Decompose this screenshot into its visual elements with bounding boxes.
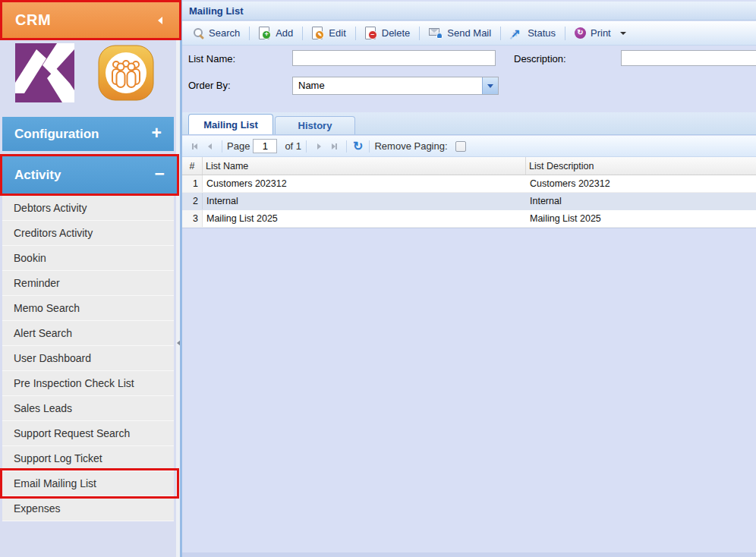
search-button[interactable]: Search bbox=[187, 24, 246, 42]
status-arrows-icon bbox=[510, 27, 523, 39]
sidebar-item-creditors-activity[interactable]: Creditors Activity bbox=[2, 221, 174, 246]
first-page-button[interactable] bbox=[187, 140, 201, 153]
send-mail-button[interactable]: Send Mail bbox=[423, 24, 497, 42]
tab-history[interactable]: History bbox=[275, 116, 355, 134]
toolbar-separator bbox=[419, 27, 420, 40]
sidebar-item-debtors-activity[interactable]: Debtors Activity bbox=[2, 196, 174, 221]
sidebar-item-memo-search[interactable]: Memo Search bbox=[2, 296, 174, 321]
cell-list-description: Customers 202312 bbox=[526, 175, 756, 192]
button-label: Print bbox=[591, 27, 611, 39]
list-name-input[interactable] bbox=[292, 50, 496, 66]
tab-mailing-list[interactable]: Mailing List bbox=[188, 114, 273, 134]
chevron-down-icon bbox=[487, 84, 493, 88]
order-by-label: Order By: bbox=[188, 80, 231, 91]
button-label: Delete bbox=[382, 27, 411, 39]
edit-page-icon bbox=[312, 27, 324, 39]
add-page-icon bbox=[259, 27, 271, 39]
crm-header[interactable]: CRM bbox=[2, 2, 179, 38]
next-page-button[interactable] bbox=[312, 140, 326, 153]
paging-separator bbox=[222, 140, 222, 153]
search-icon bbox=[193, 27, 204, 39]
edit-button[interactable]: Edit bbox=[306, 24, 351, 42]
button-label: Edit bbox=[329, 27, 345, 39]
collapse-left-icon[interactable] bbox=[158, 17, 162, 24]
sidebar-item-support-request-search[interactable]: Support Request Search bbox=[2, 421, 174, 446]
mailing-list-panel: Mailing List Search Add Edit Delete bbox=[180, 0, 756, 557]
tab-strip: Mailing List History bbox=[182, 112, 756, 135]
sidebar-item-email-mailing-list[interactable]: Email Mailing List bbox=[2, 471, 174, 496]
first-triangle-icon bbox=[194, 143, 197, 149]
cell-row-number: 2 bbox=[182, 193, 203, 209]
column-header-list-name[interactable]: List Name bbox=[203, 157, 526, 175]
print-button[interactable]: Print bbox=[569, 24, 632, 42]
sidebar-item-bookin[interactable]: Bookin bbox=[2, 246, 174, 271]
order-by-select[interactable]: Name bbox=[292, 77, 499, 95]
print-icon bbox=[575, 27, 586, 39]
button-label: Send Mail bbox=[447, 27, 491, 39]
last-bar bbox=[335, 143, 337, 149]
order-by-value: Name bbox=[298, 77, 498, 94]
toolbar-separator bbox=[500, 27, 501, 40]
mailing-list-grid: # List Name List Description 1 Customers… bbox=[182, 157, 756, 228]
cell-list-name: Customers 202312 bbox=[203, 175, 526, 192]
button-label: Status bbox=[528, 27, 556, 39]
refresh-icon[interactable]: ↻ bbox=[353, 140, 363, 153]
list-name-label: List Name: bbox=[188, 53, 235, 65]
grid-header: # List Name List Description bbox=[182, 157, 756, 175]
person-badge-icon bbox=[436, 33, 443, 39]
collapse-minus-icon[interactable]: − bbox=[155, 165, 165, 183]
toolbar: Search Add Edit Delete Send Mail bbox=[182, 21, 756, 46]
cell-list-name: Internal bbox=[203, 193, 526, 209]
paging-separator bbox=[306, 140, 307, 153]
sidebar-item-expenses[interactable]: Expenses bbox=[2, 496, 174, 521]
dropdown-button[interactable] bbox=[482, 77, 498, 94]
column-header-number[interactable]: # bbox=[182, 157, 203, 175]
people-group-icon bbox=[96, 43, 156, 102]
column-header-list-description[interactable]: List Description bbox=[526, 157, 756, 175]
add-button[interactable]: Add bbox=[253, 24, 299, 42]
sidebar-section-configuration[interactable]: Configuration + bbox=[2, 117, 174, 151]
status-button[interactable]: Status bbox=[504, 24, 562, 42]
page-of-label: of 1 bbox=[285, 140, 301, 152]
expand-plus-icon[interactable]: + bbox=[152, 124, 162, 142]
panel-bottom-strip bbox=[182, 552, 756, 557]
page-title: Mailing List bbox=[189, 5, 244, 17]
paging-separator bbox=[346, 140, 347, 153]
company-logo[interactable] bbox=[15, 43, 74, 102]
dropdown-caret-icon bbox=[620, 32, 626, 35]
cell-list-description: Mailing List 2025 bbox=[526, 210, 756, 227]
sidebar-item-user-dashboard[interactable]: User Dashboard bbox=[2, 346, 174, 371]
activity-menu: Debtors Activity Creditors Activity Book… bbox=[2, 196, 174, 521]
panel-header: Mailing List bbox=[182, 2, 756, 20]
send-mail-icon bbox=[429, 27, 443, 39]
cell-list-description: Internal bbox=[526, 193, 756, 209]
remove-paging-checkbox[interactable] bbox=[455, 141, 466, 152]
sidebar-section-activity[interactable]: Activity − bbox=[2, 156, 177, 194]
sidebar-item-pre-inspection-check-list[interactable]: Pre Inspection Check List bbox=[2, 371, 174, 396]
delete-page-icon bbox=[365, 27, 377, 39]
sidebar-item-support-log-ticket[interactable]: Support Log Ticket bbox=[2, 446, 174, 471]
crm-title: CRM bbox=[15, 11, 51, 29]
prev-triangle-icon bbox=[208, 143, 212, 149]
toolbar-separator bbox=[355, 27, 356, 40]
table-row[interactable]: 3 Mailing List 2025 Mailing List 2025 bbox=[182, 210, 756, 228]
sidebar-item-sales-leads[interactable]: Sales Leads bbox=[2, 396, 174, 421]
crm-app-icon[interactable] bbox=[96, 43, 156, 102]
cell-list-name: Mailing List 2025 bbox=[203, 210, 526, 227]
remove-paging-label: Remove Paging: bbox=[374, 140, 447, 152]
button-label: Search bbox=[209, 27, 240, 39]
page-number-input[interactable] bbox=[253, 139, 277, 153]
description-input[interactable] bbox=[621, 50, 756, 66]
app-window: { "sidebar": { "crm_title": "CRM", "sect… bbox=[0, 0, 756, 557]
last-page-button[interactable] bbox=[327, 140, 341, 153]
button-label: Add bbox=[276, 27, 293, 39]
delete-button[interactable]: Delete bbox=[359, 24, 417, 42]
table-row[interactable]: 2 Internal Internal bbox=[182, 193, 756, 210]
sidebar-item-reminder[interactable]: Reminder bbox=[2, 271, 174, 296]
toolbar-separator bbox=[302, 27, 303, 40]
prev-page-button[interactable] bbox=[203, 140, 216, 153]
next-triangle-icon bbox=[317, 143, 321, 149]
table-row[interactable]: 1 Customers 202312 Customers 202312 bbox=[182, 175, 756, 193]
page-label: Page bbox=[227, 140, 250, 152]
sidebar-item-alert-search[interactable]: Alert Search bbox=[2, 321, 174, 346]
